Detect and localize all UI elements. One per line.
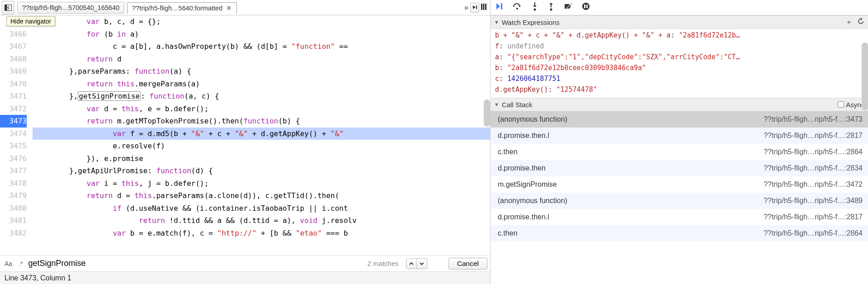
code-line[interactable]: var b, c, d = {}; <box>33 15 490 28</box>
hide-navigator-button[interactable] <box>2 1 14 14</box>
svg-point-11 <box>550 9 552 11</box>
callstack-row[interactable]: c.then??trip/h5-fligh…rip/h5-f…:2864 <box>491 144 868 160</box>
line-number[interactable]: 3470 <box>0 78 27 90</box>
line-number[interactable]: 3476 <box>0 152 27 165</box>
callstack-row[interactable]: (anonymous function)??trip/h5-fligh…rip/… <box>491 111 868 128</box>
watch-header[interactable]: ▼ Watch Expressions ＋ <box>491 15 868 29</box>
watch-expression[interactable]: d.getAppKey(): "12574478" <box>495 84 863 95</box>
vscroll-thumb[interactable] <box>484 99 490 127</box>
line-number[interactable]: 3474 <box>0 128 27 140</box>
svg-point-9 <box>534 9 536 11</box>
overflow-icon[interactable]: » <box>464 4 468 12</box>
tab-active-label: ??trip/h5-fligh…5640:formatted <box>132 5 222 12</box>
watch-expression[interactable]: f: undefined <box>495 41 863 52</box>
code-line[interactable]: return d <box>33 53 490 66</box>
code-line[interactable]: var i = this, j = b.defer(); <box>33 177 490 190</box>
watch-expression[interactable]: a: "{"searchType":"1","depCityCode":"SZX… <box>495 52 863 62</box>
status-bar: Line 3473, Column 1 <box>0 271 490 284</box>
line-number[interactable]: 3472 <box>0 103 27 115</box>
find-prev-button[interactable] <box>406 258 417 269</box>
watch-title: Watch Expressions <box>502 19 560 26</box>
line-number[interactable]: 3468 <box>0 53 27 66</box>
svg-point-7 <box>516 8 518 9</box>
line-number[interactable]: 3471 <box>0 90 27 103</box>
svg-rect-5 <box>485 4 486 10</box>
cancel-button[interactable]: Cancel <box>448 258 487 270</box>
line-number[interactable]: 3475 <box>0 140 27 152</box>
svg-rect-4 <box>483 4 485 10</box>
line-number[interactable]: 3473 <box>0 115 27 128</box>
vscroll-thumb-right[interactable] <box>862 43 868 110</box>
async-checkbox[interactable]: Async <box>838 101 864 109</box>
regex-button[interactable]: .* <box>17 259 24 268</box>
callstack-row[interactable]: (anonymous function)??trip/h5-fligh…rip/… <box>491 193 868 209</box>
line-number[interactable]: 3482 <box>0 227 27 240</box>
callstack-title: Call Stack <box>502 101 533 109</box>
tab-active[interactable]: ??trip/h5-fligh…5640:formatted ✕ <box>127 2 237 14</box>
code-line[interactable]: },getApiUrlPromise: function(d) { <box>33 165 490 177</box>
code-line[interactable]: return !d.ttid && a && (d.ttid = a), voi… <box>33 214 490 227</box>
code-line[interactable]: },parseParams: function(a) { <box>33 65 490 78</box>
code-line[interactable]: var f = d.md5(b + "&" + c + "&" + d.getA… <box>33 128 490 140</box>
chevron-down-icon <box>419 261 425 266</box>
close-icon[interactable]: ✕ <box>226 5 232 12</box>
code-line[interactable]: c = a[b], a.hasOwnProperty(b) && (d[b] =… <box>33 40 490 53</box>
svg-point-14 <box>582 3 590 10</box>
svg-rect-15 <box>584 5 585 8</box>
step-out-button[interactable] <box>547 2 555 13</box>
callstack-row[interactable]: m.getSignPromise??trip/h5-fligh…rip/h5-f… <box>491 176 868 193</box>
chevron-up-icon <box>409 261 414 266</box>
code-line[interactable]: if (d.useNative && (i.container.isTaobao… <box>33 202 490 215</box>
find-matches: 2 matches <box>368 260 402 267</box>
line-number[interactable]: 3478 <box>0 177 27 190</box>
code-line[interactable]: return m.getMTopTokenPromise().then(func… <box>33 115 490 128</box>
tooltip: Hide navigator <box>6 16 55 26</box>
columns-icon[interactable] <box>481 3 486 12</box>
code-line[interactable]: for (b in a) <box>33 28 490 41</box>
refresh-watch-button[interactable] <box>857 18 864 27</box>
line-number[interactable]: 3466 <box>0 28 27 41</box>
line-number[interactable]: 3480 <box>0 202 27 215</box>
code-line[interactable]: return this.mergeParams(a) <box>33 78 490 90</box>
watch-expression[interactable]: b + "&" + c + "&" + d.getAppKey() + "&" … <box>495 30 863 41</box>
callstack-row[interactable]: d.promise.then.l??trip/h5-fligh…rip/h5-f… <box>491 209 868 225</box>
code-line[interactable]: },getSignPromise: function(a, c) { <box>33 90 490 103</box>
watch-body: b + "&" + c + "&" + d.getAppKey() + "&" … <box>491 29 868 98</box>
line-number[interactable]: 3481 <box>0 214 27 227</box>
code-line[interactable]: return d = this.parseParams(a.clone(d)),… <box>33 189 490 202</box>
find-input[interactable]: getSignPromise <box>28 259 85 268</box>
svg-rect-1 <box>5 5 7 10</box>
debugger-toolbar <box>491 0 868 15</box>
find-next-button[interactable] <box>417 258 428 269</box>
code-line[interactable]: }), e.promise <box>33 152 490 165</box>
deactivate-breakpoints-button[interactable] <box>564 2 573 13</box>
play-next-icon[interactable] <box>470 3 479 13</box>
line-number[interactable]: 3467 <box>0 40 27 53</box>
callstack-header[interactable]: ▼ Call Stack Async <box>491 98 868 111</box>
resume-button[interactable] <box>495 2 503 13</box>
tabs-bar: ??trip/h5-fligh…5700540_165640 ??trip/h5… <box>0 0 490 15</box>
add-watch-button[interactable]: ＋ <box>845 18 853 27</box>
tab-inactive[interactable]: ??trip/h5-fligh…5700540_165640 <box>17 2 124 14</box>
callstack-row[interactable]: d.promise.then.l??trip/h5-fligh…rip/h5-f… <box>491 128 868 144</box>
line-number[interactable]: 3479 <box>0 189 27 202</box>
line-number[interactable]: 3477 <box>0 165 27 177</box>
code-line[interactable]: e.resolve(f) <box>33 140 490 152</box>
callstack-body: (anonymous function)??trip/h5-fligh…rip/… <box>491 111 868 284</box>
watch-expression[interactable]: c: 1426064187751 <box>495 73 863 84</box>
async-checkbox-input[interactable] <box>838 101 844 108</box>
watch-expression[interactable]: b: "2a81f6d72e12b0ceec0309b93846ca9a" <box>495 62 863 73</box>
step-into-button[interactable] <box>531 2 538 13</box>
code-area[interactable]: var b, c, d = {}; for (b in a) c = a[b],… <box>33 15 490 255</box>
code-line[interactable]: var d = this, e = b.defer(); <box>33 103 490 115</box>
callstack-row[interactable]: d.promise.then??trip/h5-fligh…rip/h5-f…:… <box>491 160 868 176</box>
step-over-button[interactable] <box>512 2 522 13</box>
line-number[interactable]: 3469 <box>0 65 27 78</box>
disclosure-down-icon: ▼ <box>494 102 499 107</box>
svg-rect-16 <box>586 5 588 8</box>
pause-on-exceptions-button[interactable] <box>582 2 590 13</box>
callstack-row[interactable]: c.then??trip/h5-fligh…rip/h5-f…:2864 <box>491 225 868 241</box>
code-line[interactable]: var b = e.match(f), c = "http://" + [b &… <box>33 227 490 240</box>
match-case-button[interactable]: Aa <box>3 259 14 268</box>
editor[interactable]: 3465346634673468346934703471347234733474… <box>0 15 490 255</box>
